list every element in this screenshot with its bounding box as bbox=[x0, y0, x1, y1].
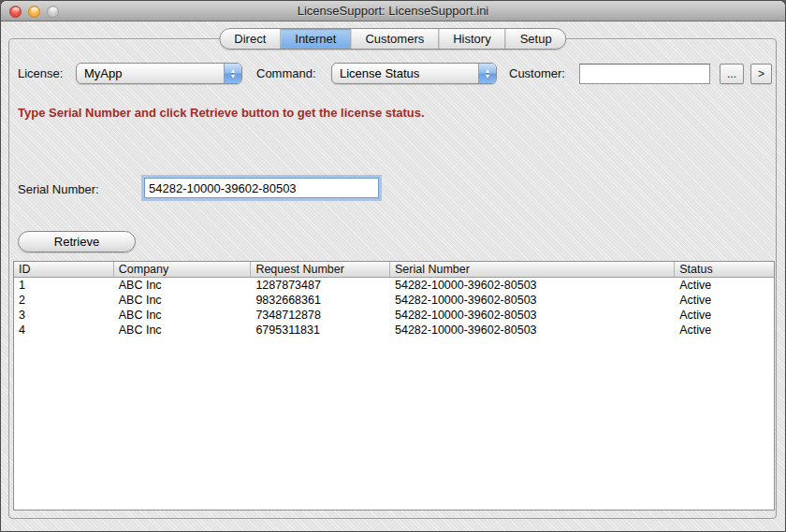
tab-history[interactable]: History bbox=[439, 29, 505, 49]
table-cell: 6795311831 bbox=[251, 323, 390, 338]
tab-bar: Direct Internet Customers History Setup bbox=[219, 28, 566, 50]
window-title: LicenseSupport: LicenseSupport.ini bbox=[1, 4, 785, 18]
zoom-button bbox=[47, 6, 59, 18]
table-cell: Active bbox=[675, 323, 774, 338]
table-cell: 1 bbox=[14, 278, 114, 293]
minimize-button[interactable] bbox=[28, 6, 40, 18]
table-header: IDCompanyRequest NumberSerial NumberStat… bbox=[14, 262, 774, 278]
table-cell: Active bbox=[675, 293, 774, 308]
customer-label: Customer: bbox=[509, 66, 565, 80]
tab-internet[interactable]: Internet bbox=[281, 29, 351, 49]
serial-number-label: Serial Number: bbox=[18, 182, 99, 196]
results-table[interactable]: IDCompanyRequest NumberSerial NumberStat… bbox=[13, 261, 775, 510]
column-header[interactable]: Status bbox=[675, 262, 774, 277]
command-dropdown[interactable]: License Status ▲▼ bbox=[331, 63, 497, 84]
customer-browse-button[interactable]: ... bbox=[720, 64, 744, 84]
tab-direct[interactable]: Direct bbox=[220, 29, 281, 49]
window-controls bbox=[9, 6, 59, 18]
app-window: LicenseSupport: LicenseSupport.ini Direc… bbox=[0, 0, 786, 532]
table-row[interactable]: 4ABC Inc679531183154282-10000-39602-8050… bbox=[14, 323, 774, 338]
license-dropdown[interactable]: MyApp ▲▼ bbox=[76, 63, 242, 84]
table-cell: ABC Inc bbox=[114, 323, 252, 338]
command-label: Command: bbox=[256, 66, 316, 80]
table-row[interactable]: 2ABC Inc983266836154282-10000-39602-8050… bbox=[14, 293, 774, 308]
license-label: License: bbox=[18, 66, 63, 80]
table-cell: ABC Inc bbox=[114, 278, 252, 293]
table-cell: 4 bbox=[14, 323, 114, 338]
table-cell: Active bbox=[675, 278, 774, 293]
tab-setup[interactable]: Setup bbox=[506, 29, 566, 49]
column-header[interactable]: Request Number bbox=[251, 262, 390, 277]
customer-input[interactable] bbox=[579, 64, 710, 84]
table-cell: 1287873487 bbox=[251, 278, 390, 293]
table-cell: ABC Inc bbox=[114, 308, 252, 323]
close-button[interactable] bbox=[9, 6, 22, 18]
table-cell: Active bbox=[675, 308, 774, 323]
table-cell: 2 bbox=[14, 293, 114, 308]
table-cell: 54282-10000-39602-80503 bbox=[390, 278, 675, 293]
table-cell: ABC Inc bbox=[114, 293, 252, 308]
table-cell: 54282-10000-39602-80503 bbox=[390, 323, 675, 338]
popup-arrows-icon: ▲▼ bbox=[478, 64, 496, 83]
column-header[interactable]: Serial Number bbox=[390, 262, 675, 277]
column-header[interactable]: Company bbox=[114, 262, 252, 277]
customer-go-button[interactable]: > bbox=[750, 64, 772, 84]
serial-number-input[interactable] bbox=[144, 178, 379, 198]
table-row[interactable]: 3ABC Inc734871287854282-10000-39602-8050… bbox=[14, 308, 774, 323]
table-cell: 54282-10000-39602-80503 bbox=[390, 308, 675, 323]
command-dropdown-value: License Status bbox=[332, 64, 478, 83]
table-cell: 9832668361 bbox=[251, 293, 390, 308]
tab-customers[interactable]: Customers bbox=[351, 29, 439, 49]
table-row[interactable]: 1ABC Inc128787348754282-10000-39602-8050… bbox=[14, 278, 774, 293]
status-message: Type Serial Number and click Retrieve bu… bbox=[18, 106, 425, 120]
title-bar[interactable]: LicenseSupport: LicenseSupport.ini bbox=[1, 1, 785, 22]
table-cell: 3 bbox=[14, 308, 114, 323]
popup-arrows-icon: ▲▼ bbox=[224, 64, 241, 83]
retrieve-button[interactable]: Retrieve bbox=[18, 231, 136, 252]
column-header[interactable]: ID bbox=[14, 262, 114, 277]
license-dropdown-value: MyApp bbox=[77, 64, 224, 83]
table-cell: 7348712878 bbox=[251, 308, 390, 323]
table-cell: 54282-10000-39602-80503 bbox=[390, 293, 675, 308]
table-body: 1ABC Inc128787348754282-10000-39602-8050… bbox=[14, 278, 774, 338]
